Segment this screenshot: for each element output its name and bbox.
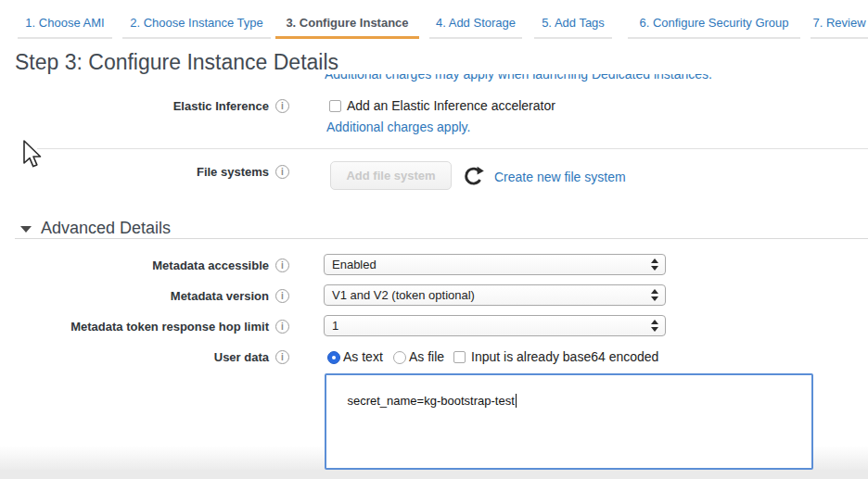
- tab-choose-ami[interactable]: 1. Choose AMI: [18, 13, 112, 39]
- elastic-inference-label: Elastic Inference: [0, 99, 269, 113]
- tab-add-storage[interactable]: 4. Add Storage: [429, 13, 522, 39]
- user-data-info-icon[interactable]: i: [275, 350, 289, 364]
- tab-label: 4. Add Storage: [429, 13, 522, 33]
- section-divider: [37, 148, 868, 149]
- tab-underline: [122, 37, 271, 39]
- tab-configure-security-group[interactable]: 6. Configure Security Group: [628, 13, 800, 39]
- metadata-version-label: Metadata version: [0, 289, 269, 303]
- tab-configure-instance[interactable]: 3. Configure Instance: [275, 13, 419, 39]
- tab-add-tags[interactable]: 5. Add Tags: [534, 13, 612, 39]
- create-new-file-system-link[interactable]: Create new file system: [494, 170, 626, 184]
- hop-limit-value: 1: [332, 319, 338, 333]
- tab-underline: [811, 37, 868, 39]
- dedicated-charges-notice-clip: Additional charges may apply when launch…: [325, 74, 760, 85]
- advanced-details-title: Advanced Details: [41, 219, 171, 238]
- tab-choose-instance-type[interactable]: 2. Choose Instance Type: [122, 13, 271, 39]
- elastic-inference-checkbox[interactable]: [329, 100, 341, 112]
- hop-limit-label: Metadata token response hop limit: [0, 320, 269, 334]
- metadata-accessible-value: Enabled: [332, 258, 377, 271]
- metadata-version-select[interactable]: V1 and V2 (token optional): [324, 284, 666, 306]
- configure-instance-page: 1. Choose AMI 2. Choose Instance Type 3.…: [0, 0, 868, 479]
- footer-bar: [0, 470, 868, 479]
- resize-handle-icon[interactable]: [800, 457, 810, 466]
- elastic-inference-info-icon[interactable]: i: [275, 99, 289, 113]
- hop-limit-info-icon[interactable]: i: [275, 320, 289, 334]
- select-arrows-icon: [651, 319, 659, 333]
- metadata-version-info-icon[interactable]: i: [275, 289, 289, 303]
- tab-underline: [534, 37, 612, 39]
- tab-underline: [275, 36, 419, 39]
- user-data-as-text-label[interactable]: As text: [343, 349, 383, 364]
- hop-limit-select[interactable]: 1: [324, 315, 666, 336]
- additional-charges-link[interactable]: Additional charges apply.: [326, 120, 470, 134]
- select-arrows-icon: [651, 258, 659, 271]
- user-data-as-text-radio[interactable]: [327, 351, 340, 364]
- base64-encoded-label[interactable]: Input is already base64 encoded: [471, 349, 658, 364]
- user-data-as-file-radio[interactable]: [393, 351, 406, 364]
- tab-label: 2. Choose Instance Type: [122, 13, 271, 33]
- tab-label: 6. Configure Security Group: [628, 13, 800, 33]
- text-caret: [516, 394, 517, 408]
- metadata-accessible-info-icon[interactable]: i: [275, 258, 289, 272]
- section-divider: [15, 238, 868, 239]
- base64-encoded-checkbox[interactable]: [453, 351, 466, 363]
- user-data-as-file-label[interactable]: As file: [409, 349, 444, 364]
- tab-review[interactable]: 7. Review: [811, 13, 868, 39]
- file-systems-label: File systems: [0, 165, 269, 179]
- select-arrows-icon: [651, 288, 659, 302]
- user-data-textarea[interactable]: secret_name=kg-bootstrap-test: [325, 373, 813, 470]
- tab-label: 5. Add Tags: [534, 13, 612, 33]
- add-file-system-button[interactable]: Add file system: [330, 161, 452, 190]
- metadata-version-value: V1 and V2 (token optional): [332, 288, 475, 302]
- tab-label: 1. Choose AMI: [18, 13, 112, 33]
- refresh-icon[interactable]: [464, 166, 484, 186]
- user-data-text: secret_name=kg-bootstrap-test: [347, 394, 514, 408]
- tab-underline: [18, 37, 112, 39]
- chevron-down-icon: [20, 226, 32, 233]
- elastic-inference-checkbox-label[interactable]: Add an Elastic Inference accelerator: [347, 98, 555, 113]
- tab-label: 3. Configure Instance: [275, 13, 419, 33]
- metadata-accessible-select[interactable]: Enabled: [324, 254, 666, 275]
- tab-underline: [628, 37, 800, 39]
- user-data-label: User data: [0, 350, 269, 364]
- page-title: Step 3: Configure Instance Details: [15, 50, 338, 75]
- file-systems-info-icon[interactable]: i: [275, 165, 289, 179]
- tab-underline: [429, 37, 522, 39]
- tab-label: 7. Review: [811, 13, 868, 33]
- metadata-accessible-label: Metadata accessible: [0, 258, 269, 272]
- dedicated-charges-notice-link[interactable]: Additional charges may apply when launch…: [325, 74, 760, 82]
- radio-dot: [332, 356, 336, 359]
